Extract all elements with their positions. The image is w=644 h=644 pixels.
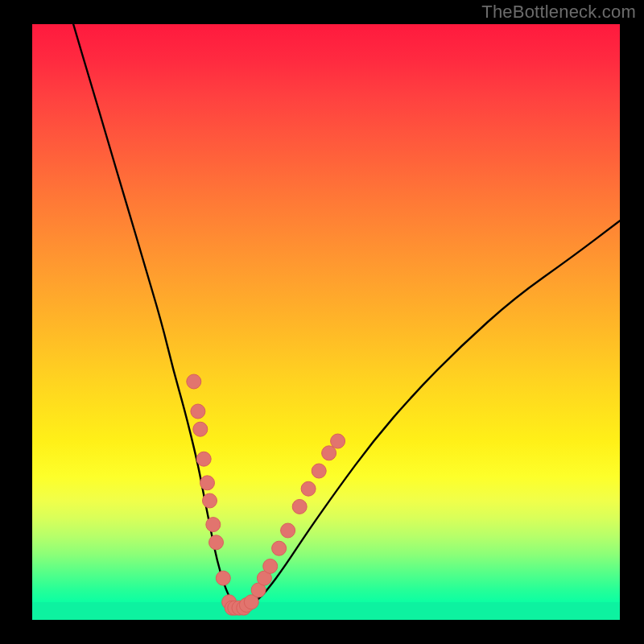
chart-svg bbox=[32, 24, 620, 620]
chart-frame: TheBottleneck.com bbox=[0, 0, 644, 644]
curve-marker bbox=[312, 464, 326, 478]
curve-marker bbox=[200, 476, 215, 490]
curve-marker bbox=[206, 518, 221, 532]
curve-marker bbox=[301, 481, 316, 496]
curve-marker bbox=[331, 434, 345, 448]
plot-area bbox=[32, 24, 620, 620]
curve-marker bbox=[209, 535, 224, 550]
curve-marker bbox=[263, 559, 278, 573]
curve-marker bbox=[322, 446, 336, 460]
curve-markers bbox=[187, 374, 345, 615]
watermark-text: TheBottleneck.com bbox=[481, 2, 636, 23]
curve-marker bbox=[281, 523, 295, 538]
curve-marker bbox=[216, 571, 230, 585]
curve-marker bbox=[193, 422, 208, 436]
curve-marker bbox=[187, 374, 201, 389]
curve-marker bbox=[196, 452, 211, 466]
bottleneck-curve bbox=[73, 24, 620, 608]
curve-marker bbox=[203, 493, 217, 508]
curve-marker bbox=[272, 541, 287, 555]
curve-marker bbox=[292, 499, 307, 514]
curve-marker bbox=[191, 404, 205, 419]
